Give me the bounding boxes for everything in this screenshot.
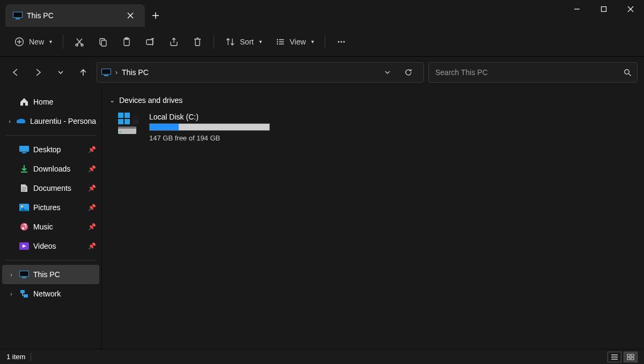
tab-close-button[interactable] — [123, 9, 137, 23]
view-label: View — [290, 38, 306, 46]
address-bar[interactable]: › This PC — [97, 62, 424, 83]
sidebar: Home › Laurentiu - Persona Desktop 📌 Dow… — [0, 88, 102, 349]
svg-point-12 — [277, 39, 278, 40]
this-pc-icon — [19, 270, 29, 279]
expand-icon[interactable]: › — [8, 291, 15, 297]
chevron-down-icon: ⌄ — [109, 96, 115, 104]
search-icon — [624, 69, 632, 77]
svg-rect-11 — [147, 40, 153, 44]
new-button[interactable]: New ▾ — [9, 32, 57, 51]
cut-icon — [74, 36, 85, 47]
svg-rect-34 — [118, 113, 123, 118]
svg-point-27 — [22, 227, 24, 229]
svg-point-17 — [343, 41, 345, 42]
sidebar-item-label: Network — [33, 289, 61, 298]
search-input[interactable] — [434, 68, 619, 77]
svg-rect-22 — [19, 146, 29, 152]
rename-button[interactable] — [140, 32, 161, 51]
svg-rect-3 — [602, 7, 606, 12]
this-pc-icon — [13, 12, 23, 19]
expand-icon[interactable]: › — [8, 118, 12, 124]
more-icon — [336, 36, 347, 47]
sidebar-item-onedrive[interactable]: › Laurentiu - Persona — [2, 112, 99, 131]
pin-icon: 📌 — [88, 184, 96, 192]
svg-point-25 — [21, 205, 23, 207]
share-icon — [169, 36, 179, 47]
view-button[interactable]: View ▾ — [269, 32, 319, 51]
sidebar-item-downloads[interactable]: Downloads 📌 — [2, 159, 99, 179]
group-header-devices[interactable]: ⌄ Devices and drives — [108, 93, 638, 107]
tiles-view-button[interactable] — [624, 352, 638, 362]
breadcrumb-separator-icon: › — [115, 69, 118, 76]
videos-icon — [19, 241, 29, 251]
expand-icon[interactable]: › — [8, 271, 15, 278]
up-button[interactable] — [74, 63, 92, 81]
new-icon — [14, 36, 25, 47]
sidebar-item-documents[interactable]: Documents 📌 — [2, 179, 99, 198]
search-box[interactable] — [428, 62, 638, 83]
details-view-button[interactable] — [608, 352, 621, 362]
cut-button[interactable] — [69, 32, 90, 51]
copy-button[interactable] — [92, 32, 114, 51]
refresh-button[interactable] — [404, 68, 420, 77]
sort-icon — [225, 36, 236, 47]
paste-icon — [121, 36, 132, 47]
delete-button[interactable] — [187, 32, 208, 51]
pin-icon: 📌 — [88, 204, 96, 211]
status-bar: 1 item — [0, 349, 644, 364]
address-history-button[interactable] — [384, 69, 400, 76]
svg-rect-31 — [22, 277, 26, 278]
breadcrumb-this-pc[interactable]: This PC — [122, 68, 379, 77]
svg-rect-8 — [101, 40, 106, 46]
tab-title: This PC — [27, 11, 119, 20]
sidebar-item-videos[interactable]: Videos 📌 — [2, 236, 99, 256]
close-button[interactable] — [617, 0, 644, 18]
sidebar-item-this-pc[interactable]: › This PC — [2, 265, 99, 284]
window-controls — [564, 0, 644, 27]
new-label: New — [29, 38, 44, 46]
pin-icon: 📌 — [88, 223, 96, 231]
svg-point-16 — [340, 41, 342, 42]
sidebar-item-label: Laurentiu - Persona — [30, 117, 96, 125]
svg-rect-39 — [118, 127, 136, 129]
forward-button[interactable] — [29, 63, 47, 81]
delete-icon — [192, 36, 203, 47]
svg-rect-37 — [125, 119, 130, 124]
desktop-icon — [19, 145, 29, 154]
drive-icon — [118, 113, 142, 136]
sidebar-item-pictures[interactable]: Pictures 📌 — [2, 198, 99, 217]
sidebar-item-home[interactable]: Home — [2, 92, 99, 112]
drive-item-c[interactable]: Local Disk (C:) 147 GB free of 194 GB — [118, 113, 279, 142]
onedrive-icon — [16, 116, 26, 126]
more-button[interactable] — [331, 32, 352, 51]
back-button[interactable] — [6, 63, 25, 81]
documents-icon — [19, 183, 29, 193]
sort-label: Sort — [240, 38, 254, 46]
paste-button[interactable] — [116, 32, 137, 51]
home-icon — [19, 97, 29, 107]
window-tab[interactable]: This PC — [5, 4, 145, 27]
command-bar: New ▾ Sort ▾ — [0, 27, 644, 57]
title-bar: This PC — [0, 0, 644, 27]
sidebar-item-label: Home — [33, 98, 53, 106]
share-button[interactable] — [163, 32, 185, 51]
drive-free-text: 147 GB free of 194 GB — [149, 134, 279, 142]
sort-button[interactable]: Sort ▾ — [219, 32, 267, 51]
sidebar-item-label: This PC — [33, 270, 60, 279]
svg-rect-30 — [20, 271, 28, 276]
svg-rect-36 — [118, 119, 123, 124]
svg-point-15 — [338, 41, 339, 42]
minimize-button[interactable] — [564, 0, 590, 18]
recent-locations-button[interactable] — [52, 63, 70, 81]
svg-rect-32 — [20, 290, 25, 293]
sidebar-item-label: Documents — [33, 184, 71, 192]
chevron-down-icon: ▾ — [311, 39, 314, 44]
maximize-button[interactable] — [590, 0, 617, 18]
sidebar-item-network[interactable]: › Network — [2, 284, 99, 303]
svg-rect-41 — [133, 120, 139, 124]
new-tab-button[interactable] — [145, 4, 166, 27]
svg-rect-43 — [631, 354, 634, 356]
sidebar-item-music[interactable]: Music 📌 — [2, 217, 99, 236]
chevron-down-icon: ▾ — [49, 39, 52, 44]
sidebar-item-desktop[interactable]: Desktop 📌 — [2, 140, 99, 159]
